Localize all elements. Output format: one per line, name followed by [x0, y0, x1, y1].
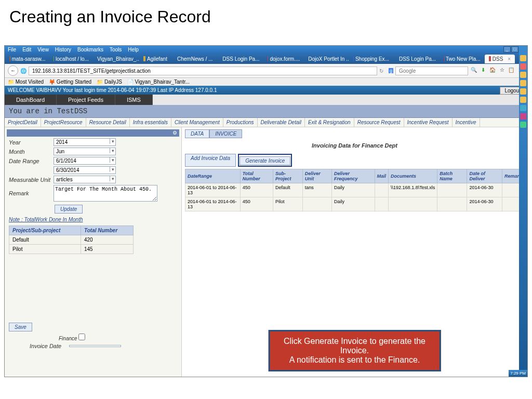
remark-input[interactable]	[54, 185, 157, 202]
tab-9[interactable]: DSS Login Pa...	[393, 55, 440, 63]
right-panel: DATA INVOICE Invoicing Data for Finance …	[181, 127, 527, 377]
tab-icon	[268, 56, 268, 61]
tab-6[interactable]: dojox.form....	[263, 55, 304, 63]
minimize-icon[interactable]: _	[503, 46, 511, 52]
col-mail: Mail	[375, 169, 389, 183]
invoice-date-input[interactable]	[69, 345, 121, 347]
dock-icon[interactable]	[520, 88, 526, 95]
table-row[interactable]: 2014-06-01 to 2014-06-13450DefaulttansDa…	[185, 183, 524, 197]
menu-tools[interactable]: Tools	[110, 47, 122, 52]
sub-tab-incentive-request[interactable]: Incentive Request	[404, 118, 453, 127]
bookmark-most-visited[interactable]: 📁 Most Visited	[8, 79, 44, 85]
sub-tab-deliverable[interactable]: Deliverable Detail	[258, 118, 305, 127]
sub-tab-productions[interactable]: Productions	[223, 118, 258, 127]
browser-window: File Edit View History Bookmarks Tools H…	[4, 45, 528, 377]
tab-data[interactable]: DATA	[185, 129, 209, 138]
slide-title: Creating an Invoice Record	[0, 0, 532, 30]
dock-icon[interactable]	[520, 80, 526, 86]
app-tab-dashboard[interactable]: DashBoard	[5, 95, 57, 105]
star-icon[interactable]: ☆	[498, 67, 506, 74]
table-row[interactable]: Pilot145	[9, 245, 134, 254]
tab-4[interactable]: ChemNews / ...	[171, 55, 217, 63]
reload-icon[interactable]: ↻	[379, 68, 383, 74]
tab-icon	[54, 56, 54, 61]
sub-tab-infra[interactable]: Infra essentials	[130, 118, 171, 127]
work-table: Project/Sub-projectTotal Number Default4…	[9, 225, 134, 254]
unit-select[interactable]: articles	[54, 176, 116, 183]
dock-icon[interactable]	[520, 105, 526, 111]
remark-label: Remark	[7, 190, 54, 196]
dock-icon[interactable]	[520, 72, 526, 78]
app-tab-project-feeds[interactable]: Project Feeds	[57, 95, 115, 105]
update-button[interactable]: Update	[55, 205, 83, 214]
home-icon[interactable]: 🏠	[489, 67, 496, 74]
taskbar-dock	[519, 46, 527, 377]
app-tabs: DashBoard Project Feeds ISMS	[5, 95, 527, 105]
col-project: Project/Sub-project	[9, 226, 81, 235]
table-row[interactable]: Default420	[9, 235, 134, 245]
sub-tab-projectresource[interactable]: ProjectResource	[41, 118, 86, 127]
back-button[interactable]: ←	[8, 65, 18, 76]
menu-edit[interactable]: Edit	[22, 47, 31, 52]
dock-icon[interactable]	[520, 55, 526, 61]
date-to[interactable]: 6/30/2014	[54, 166, 116, 174]
search-icon[interactable]: 🔍	[470, 67, 477, 74]
sub-tab-resource-detail[interactable]: Resource Detail	[86, 118, 130, 127]
tab-2[interactable]: Vigyan_Bhairav_...	[93, 55, 139, 63]
sub-tab-exit[interactable]: Exit & Resignation	[305, 118, 354, 127]
menu-view[interactable]: View	[37, 47, 49, 52]
col-deliverunit: Deliver Unit	[302, 169, 331, 183]
tab-0[interactable]: mata-sarasw...	[6, 55, 49, 63]
generate-invoice-button[interactable]: Generate Invoice	[240, 156, 290, 165]
tab-invoice[interactable]: INVOICE	[209, 129, 242, 138]
tab-5[interactable]: DSS Login Pa...	[217, 55, 263, 63]
col-documents: Documents	[389, 169, 437, 183]
url-input[interactable]	[29, 66, 377, 75]
col-deliverfreq: Deliver Frequency	[332, 169, 375, 183]
app-tab-isms[interactable]: ISMS	[115, 95, 153, 105]
date-from[interactable]: 6/1/2014	[54, 157, 116, 165]
tab-10[interactable]: Two New Pla...	[440, 55, 485, 63]
dock-icon[interactable]	[520, 97, 526, 103]
tab-active[interactable]: DSS×	[485, 55, 515, 63]
finance-label: Finance	[59, 336, 77, 341]
tab-icon	[143, 56, 145, 61]
finance-checkbox[interactable]	[78, 334, 85, 340]
tab-8[interactable]: Shopping Ex...	[349, 55, 393, 63]
search-input[interactable]	[395, 66, 468, 75]
menu-bookmarks[interactable]: Bookmarks	[77, 47, 103, 52]
invoice-table: DateRange Total Number Sub-Project Deliv…	[185, 169, 524, 211]
col-dateofdeliver: Date of Deliver	[467, 169, 502, 183]
bookmark-dailyjs[interactable]: 📁 DailyJS	[97, 79, 122, 85]
year-select[interactable]: 2014	[54, 138, 116, 146]
download-icon[interactable]: ⬇	[480, 67, 487, 74]
menu-file[interactable]: File	[8, 47, 16, 52]
dock-icon[interactable]	[520, 122, 526, 128]
add-invoice-button[interactable]: Add Invoice Data	[185, 154, 236, 167]
tab-icon	[489, 56, 491, 61]
menu-history[interactable]: History	[55, 47, 71, 52]
bookmark-getting-started[interactable]: 🦊 Getting Started	[49, 79, 91, 85]
maximize-icon[interactable]: □	[511, 46, 518, 52]
dock-icon[interactable]	[520, 113, 526, 119]
globe-icon: 🌐	[20, 68, 26, 74]
tab-3[interactable]: Agilefant	[139, 55, 171, 63]
tab-7[interactable]: DojoX Portlet In ...	[304, 55, 349, 63]
bookmarks-bar: 📁 Most Visited 🦊 Getting Started 📁 Daily…	[5, 77, 527, 86]
month-label: Month	[7, 149, 54, 155]
table-row[interactable]: 2014-06-01 to 2014-06-13450PilotDaily201…	[185, 197, 524, 211]
clipboard-icon[interactable]: 📋	[508, 67, 515, 74]
menu-help[interactable]: Help	[128, 47, 139, 52]
bookmark-vigyan[interactable]: 📄 Vigyan_Bhairav_Tantr...	[127, 79, 190, 85]
sub-tab-projectdetail[interactable]: ProjectDetail	[5, 118, 41, 127]
tab-1[interactable]: localhost / lo...	[49, 55, 92, 63]
invoice-title: Invoicing Data for Finance Dept	[185, 142, 524, 149]
month-select[interactable]: Jun	[54, 148, 116, 155]
sub-tab-incentive[interactable]: Incentive	[453, 118, 480, 127]
dock-icon[interactable]	[520, 63, 526, 70]
save-button[interactable]: Save	[9, 323, 32, 331]
sub-tab-client[interactable]: Client Management	[171, 118, 223, 127]
sub-tab-resource-request[interactable]: Resource Request	[354, 118, 404, 127]
col-total: Total Number	[81, 226, 133, 235]
gear-icon[interactable]: ⚙	[172, 130, 177, 136]
